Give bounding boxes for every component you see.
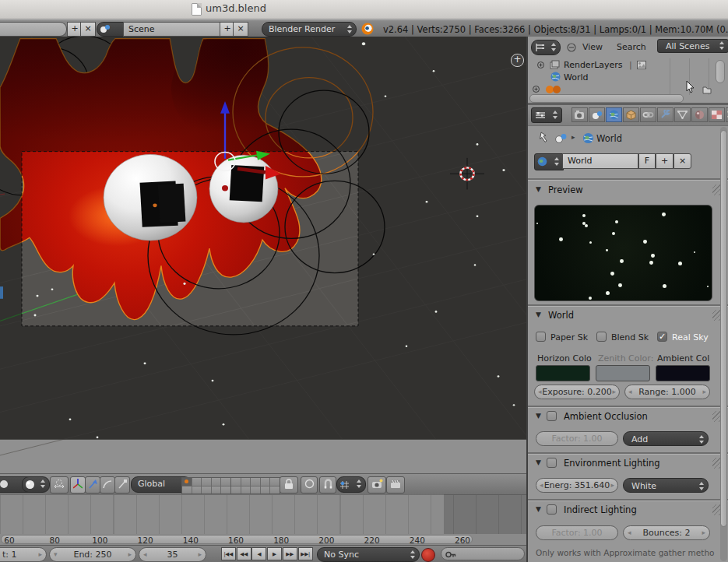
- paper-sky-checkbox[interactable]: [536, 332, 546, 342]
- eyeball-left[interactable]: [104, 154, 197, 241]
- layer-cell[interactable]: [251, 478, 260, 486]
- panel-collapse-icon[interactable]: ▼: [536, 412, 541, 420]
- tab-constraints[interactable]: [640, 107, 656, 122]
- layer-cell[interactable]: [221, 478, 230, 486]
- decrement-arrow[interactable]: ◂: [628, 526, 631, 539]
- blend-sky-checkbox[interactable]: [596, 332, 607, 342]
- indirect-factor-slider[interactable]: Factor: 1.00: [536, 525, 618, 540]
- layer-cell[interactable]: [251, 486, 260, 494]
- panel-collapse-icon[interactable]: ▼: [536, 505, 541, 513]
- playback-button-5[interactable]: ▶▶|: [298, 547, 313, 560]
- snap-element-select[interactable]: [336, 476, 366, 493]
- ao-panel-header[interactable]: ▼ Ambient Occlusion: [528, 409, 728, 425]
- increment-arrow[interactable]: ▸: [702, 526, 705, 539]
- current-frame-field[interactable]: ◂ 35 ▸: [139, 547, 206, 562]
- region-expand-button[interactable]: +: [511, 54, 524, 67]
- eyeball-right[interactable]: [209, 155, 278, 223]
- indirect-panel-header[interactable]: ▼ Indirect Lighting: [528, 503, 728, 518]
- layer-cell[interactable]: [202, 478, 211, 486]
- layer-cell[interactable]: [182, 486, 192, 494]
- rotate-manipulator-button[interactable]: [100, 476, 115, 494]
- world-unlink-button[interactable]: ×: [673, 153, 691, 169]
- playback-button-4[interactable]: ▶▶: [283, 547, 297, 560]
- tab-object[interactable]: [623, 107, 639, 122]
- world-add-button[interactable]: +: [656, 153, 673, 169]
- decrement-arrow[interactable]: ◂: [628, 385, 632, 399]
- sync-mode-select[interactable]: No Sync: [317, 547, 420, 562]
- decrement-arrow[interactable]: ◂: [538, 385, 542, 399]
- increment-arrow[interactable]: ▸: [612, 385, 616, 399]
- ao-blend-select[interactable]: Add: [623, 431, 709, 446]
- tab-scene[interactable]: [589, 107, 605, 122]
- outliner-scope-select[interactable]: All Scenes: [657, 39, 728, 53]
- breadcrumb-scene-icon[interactable]: [554, 133, 568, 143]
- decrement-arrow[interactable]: ▾︎: [54, 548, 58, 561]
- properties-editor-select[interactable]: [531, 107, 562, 123]
- playback-button-2[interactable]: ◀: [251, 547, 266, 560]
- outliner-item-renderlayers[interactable]: RenderLayers |: [528, 59, 728, 71]
- outliner-vscrollbar[interactable]: [716, 60, 725, 83]
- disclosure-icon[interactable]: [537, 61, 544, 68]
- layer-cell[interactable]: [261, 486, 270, 494]
- snap-toggle-button[interactable]: [319, 476, 336, 494]
- world-item-label[interactable]: World: [564, 72, 589, 83]
- proportional-edit-button[interactable]: [301, 476, 318, 494]
- outliner-item-world[interactable]: World: [528, 72, 728, 83]
- keying-set-field[interactable]: [441, 547, 525, 560]
- decrement-arrow[interactable]: ◂: [540, 479, 543, 492]
- disclosure-icon[interactable]: [533, 86, 540, 93]
- outliner-menu-view[interactable]: View: [582, 42, 603, 52]
- outliner-hscrollbar[interactable]: [529, 94, 684, 103]
- layer-cell[interactable]: [182, 478, 192, 486]
- opengl-render-anim-button[interactable]: [386, 476, 405, 494]
- increment-arrow[interactable]: ▸: [198, 548, 202, 561]
- layer-cell[interactable]: [270, 478, 280, 486]
- tab-render[interactable]: [571, 107, 588, 122]
- tab-data[interactable]: [674, 107, 691, 122]
- real-sky-checkbox[interactable]: ✓: [657, 332, 667, 342]
- layer-cell[interactable]: [270, 486, 280, 494]
- ao-enable-checkbox[interactable]: [547, 411, 557, 421]
- frame-start-field[interactable]: t: 1 ▸: [0, 547, 47, 562]
- playback-button-3[interactable]: ▶: [267, 547, 282, 560]
- panel-collapse-icon[interactable]: ▼: [536, 311, 541, 318]
- increment-arrow[interactable]: ▸: [38, 548, 42, 561]
- ambient-color-swatch[interactable]: [656, 365, 710, 381]
- env-panel-header[interactable]: ▼ Environment Lighting: [528, 456, 728, 472]
- layer-cell[interactable]: [231, 478, 241, 486]
- playback-button-0[interactable]: |◀◀: [221, 547, 236, 560]
- frame-end-field[interactable]: ▾︎ End: 250 ▸: [49, 547, 136, 562]
- outliner-menu-search[interactable]: Search: [617, 42, 646, 52]
- shading-select[interactable]: [22, 476, 50, 493]
- viewport-3d[interactable]: [0, 37, 526, 473]
- screen-delete-button[interactable]: ×: [80, 22, 96, 37]
- tab-texture[interactable]: [709, 107, 725, 122]
- env-energy-slider[interactable]: ◂ Energ: 351.640 ▸: [536, 478, 618, 493]
- opengl-render-button[interactable]: [368, 476, 386, 494]
- panel-collapse-icon[interactable]: ▼: [536, 185, 541, 193]
- increment-arrow[interactable]: ▸: [702, 385, 706, 399]
- layer-cell[interactable]: [231, 486, 241, 494]
- scene-name-field[interactable]: Scene: [123, 22, 221, 37]
- world-panel-header[interactable]: ▼ World: [528, 308, 728, 324]
- indirect-enable-checkbox[interactable]: [547, 504, 557, 515]
- pin-icon[interactable]: [537, 132, 549, 144]
- preview-panel-header[interactable]: ▼ Preview: [528, 183, 728, 198]
- render-engine-select[interactable]: Blender Render: [262, 22, 357, 37]
- tab-world[interactable]: [606, 107, 622, 122]
- renderlayers-label[interactable]: RenderLayers: [564, 60, 623, 70]
- autokey-record-button[interactable]: [421, 548, 435, 562]
- titlebar[interactable]: um3d.blend: [0, 0, 728, 19]
- env-enable-checkbox[interactable]: [547, 458, 557, 468]
- indirect-bounces-slider[interactable]: ◂ Bounces: 2 ▸: [623, 525, 710, 540]
- world-browse-button[interactable]: [534, 153, 564, 170]
- layer-cell[interactable]: [212, 486, 221, 494]
- zenith-color-swatch[interactable]: [596, 365, 650, 381]
- increment-arrow[interactable]: ▸: [610, 479, 614, 492]
- horizon-color-swatch[interactable]: [536, 365, 590, 381]
- world-name-field[interactable]: World: [562, 153, 638, 169]
- layer-cell[interactable]: [261, 478, 270, 486]
- properties-scrollbar-thumb[interactable]: [720, 130, 727, 527]
- tab-modifiers[interactable]: [657, 107, 673, 122]
- timeline-tick-strip[interactable]: 6080100120140160180200220240260: [1, 535, 473, 544]
